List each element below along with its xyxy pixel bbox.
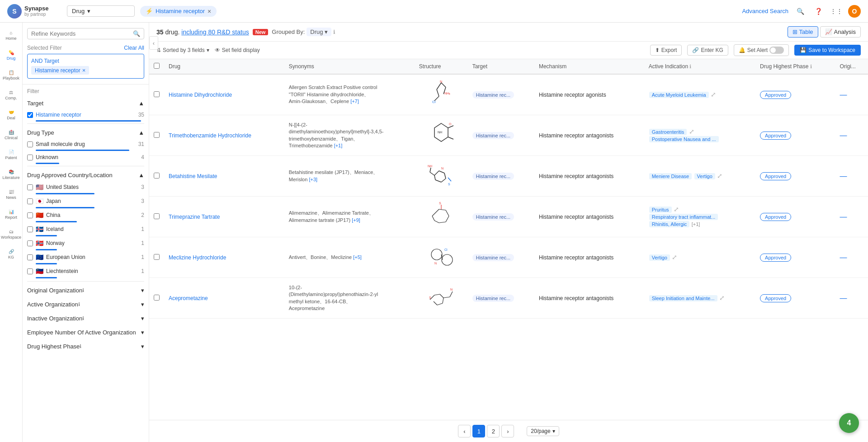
rd-status-link[interactable]: including 80 R&D status <box>181 28 249 36</box>
expand-icon[interactable]: ⤢ <box>719 294 725 301</box>
save-workspace-button[interactable]: 💾 Save to Workspace <box>794 45 861 56</box>
indication-more[interactable]: [+1] <box>692 221 700 227</box>
remove-tag-icon[interactable]: × <box>82 67 86 74</box>
expand-icon[interactable]: ⤢ <box>672 254 677 261</box>
help-icon[interactable]: ❓ <box>812 5 825 18</box>
sidebar-item-report[interactable]: 📊 Report <box>2 205 20 223</box>
liechtenstein-filter-item[interactable]: 🇱🇮 Liechtenstein 1 <box>27 266 144 276</box>
notification-badge[interactable]: 4 <box>839 413 859 433</box>
china-filter-item[interactable]: 🇨🇳 China 2 <box>27 210 144 220</box>
sidebar-item-deal[interactable]: 🤝 Deal <box>2 106 20 124</box>
sidebar-item-clinical[interactable]: 🏥 Clinical <box>2 126 20 144</box>
drug-name-link[interactable]: Trimethobenzamide Hydrochloride <box>169 132 251 139</box>
user-avatar[interactable]: O <box>848 5 861 18</box>
target-filter-item[interactable]: Histamine receptor 35 <box>27 110 144 119</box>
expand-right-icon[interactable]: — <box>840 254 847 261</box>
sidebar-item-news[interactable]: 📰 News <box>2 185 20 203</box>
expand-right-icon[interactable]: — <box>840 213 847 221</box>
drug-type-filter-header[interactable]: Drug Type ▲ <box>27 126 144 140</box>
norway-checkbox[interactable] <box>27 240 33 246</box>
iceland-filter-item[interactable]: 🇮🇸 Iceland 1 <box>27 224 144 234</box>
set-field-display-button[interactable]: 👁 Set field display <box>215 47 260 53</box>
inactive-org-header[interactable]: Inactive Organization ℹ ▾ <box>27 311 144 325</box>
employee-header[interactable]: Employee Number Of Active Organization ▾ <box>27 325 144 339</box>
sidebar-item-literature[interactable]: 📚 Literature <box>2 165 20 183</box>
synonyms-expand[interactable]: [+5] <box>353 254 362 260</box>
us-checkbox[interactable] <box>27 184 33 190</box>
orig-org-header[interactable]: Original Organization ℹ ▾ <box>27 283 144 297</box>
country-filter-header[interactable]: Drug Approved Country/Location ▲ <box>27 168 144 182</box>
drug-selector[interactable]: Drug ▾ <box>67 5 135 17</box>
sidebar-item-kg[interactable]: 🔗 KG <box>2 245 20 263</box>
drug-name-link[interactable]: Trimeprazine Tartrate <box>169 214 220 220</box>
iceland-checkbox[interactable] <box>27 226 33 232</box>
small-molecule-checkbox[interactable] <box>27 141 33 147</box>
sidebar-item-workspace[interactable]: 🗂 Workspace <box>2 225 20 243</box>
grid-icon[interactable]: ⋮⋮ <box>830 5 843 18</box>
sidebar-item-drug[interactable]: 💊 Drug <box>2 46 20 64</box>
target-filter-header[interactable]: Target ▲ <box>27 96 144 110</box>
page-2-button[interactable]: 2 <box>487 425 500 437</box>
synonyms-expand[interactable]: [+7] <box>350 99 359 104</box>
drug-name-link[interactable]: Aceprometazine <box>169 295 208 301</box>
expand-right-icon[interactable]: — <box>840 172 847 180</box>
analysis-view-button[interactable]: 📈 Analysis <box>820 26 861 38</box>
enter-kg-button[interactable]: 🔗 Enter KG <box>687 45 728 56</box>
collapse-panel-button[interactable]: ‹ <box>149 36 158 50</box>
eu-checkbox[interactable] <box>27 254 33 260</box>
keyword-input[interactable] <box>31 30 131 37</box>
synonyms-expand[interactable]: [+9] <box>352 217 360 223</box>
set-alert-button[interactable]: 🔔 Set Alert <box>734 44 789 56</box>
china-checkbox[interactable] <box>27 212 33 218</box>
grouped-by-pill[interactable]: Drug ▾ <box>307 28 331 36</box>
search-icon[interactable]: 🔍 <box>794 5 807 18</box>
highest-phase-header[interactable]: Drug Highest Phase ℹ ▾ <box>27 339 144 353</box>
page-1-button[interactable]: 1 <box>472 425 485 437</box>
row-checkbox[interactable] <box>154 295 160 301</box>
japan-filter-item[interactable]: 🇯🇵 Japan 3 <box>27 196 144 206</box>
liechtenstein-checkbox[interactable] <box>27 268 33 274</box>
next-page-button[interactable]: › <box>501 425 514 437</box>
unknown-checkbox[interactable] <box>27 155 33 160</box>
select-all-header[interactable] <box>149 59 164 74</box>
us-filter-item[interactable]: 🇺🇸 United States 3 <box>27 182 144 192</box>
expand-icon[interactable]: ⤢ <box>717 172 722 179</box>
sidebar-item-home[interactable]: ⌂ Home <box>2 26 20 44</box>
sidebar-item-playbook[interactable]: 📋 Playbook <box>2 66 20 84</box>
expand-icon[interactable]: ⤢ <box>689 128 694 135</box>
alert-toggle[interactable] <box>769 47 784 54</box>
drug-name-link[interactable]: Histamine Dihydrochloride <box>169 92 232 98</box>
expand-right-icon[interactable]: — <box>840 294 847 302</box>
clear-all-button[interactable]: Clear All <box>124 45 144 51</box>
row-checkbox[interactable] <box>154 254 160 260</box>
table-view-button[interactable]: ⊞ Table <box>788 26 818 38</box>
japan-checkbox[interactable] <box>27 198 33 204</box>
synonyms-expand[interactable]: [+1] <box>334 143 343 148</box>
page-size-selector[interactable]: 20/page ▾ <box>527 426 559 436</box>
active-org-header[interactable]: Active Organization ℹ ▾ <box>27 297 144 311</box>
eu-filter-item[interactable]: 🇪🇺 European Union 1 <box>27 252 144 262</box>
drug-name-link[interactable]: Meclizine Hydrochloride <box>169 254 226 261</box>
expand-right-icon[interactable]: — <box>840 91 847 99</box>
unknown-drug-item[interactable]: Unknown 4 <box>27 153 144 162</box>
close-icon[interactable]: × <box>208 8 211 15</box>
sidebar-item-patent[interactable]: 📄 Patent <box>2 146 20 164</box>
export-button[interactable]: ⬆ Export <box>650 45 682 56</box>
advanced-search-link[interactable]: Advanced Search <box>742 8 788 14</box>
sidebar-item-comp[interactable]: ⚖ Comp. <box>2 86 20 104</box>
target-checkbox[interactable] <box>27 112 33 118</box>
norway-filter-item[interactable]: 🇳🇴 Norway 1 <box>27 238 144 248</box>
row-checkbox[interactable] <box>154 132 160 138</box>
small-molecule-item[interactable]: Small molecule drug 31 <box>27 140 144 149</box>
keyword-search[interactable]: 🔍 <box>27 28 144 39</box>
select-all-checkbox[interactable] <box>154 63 160 69</box>
synonyms-expand[interactable]: [+3] <box>309 177 317 182</box>
histamine-receptor-tab[interactable]: ⚡ Histamine receptor × <box>140 6 217 17</box>
expand-icon[interactable]: ⤢ <box>674 206 679 213</box>
drug-name-link[interactable]: Betahistine Mesilate <box>169 173 217 179</box>
expand-right-icon[interactable]: — <box>840 132 847 139</box>
prev-page-button[interactable]: ‹ <box>458 425 471 437</box>
row-checkbox[interactable] <box>154 213 160 219</box>
sort-button[interactable]: ⇅ Sorted by 3 fields ▾ <box>156 47 209 53</box>
row-checkbox[interactable] <box>154 91 160 97</box>
